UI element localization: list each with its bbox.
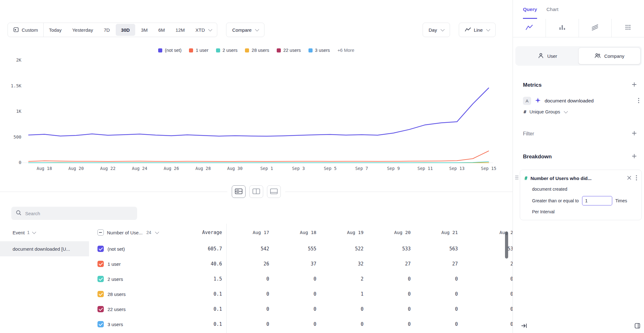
date-range-3m[interactable]: 3M <box>136 23 153 37</box>
panel-bottom-icon <box>270 188 278 195</box>
average-cell: 0.1 <box>177 287 226 302</box>
condition-value-input[interactable] <box>582 196 612 205</box>
event-cell <box>0 302 93 317</box>
metric-menu-button[interactable] <box>637 97 640 105</box>
tab-chart[interactable]: Chart <box>547 0 558 19</box>
layout-split-vertical-button[interactable] <box>249 185 263 198</box>
scope-user[interactable]: User <box>517 47 578 64</box>
chart-type-button[interactable]: Line <box>459 23 496 37</box>
breakdown-menu-button[interactable] <box>635 174 638 182</box>
legend-item[interactable]: 2 users <box>216 48 238 53</box>
tab-query[interactable]: Query <box>523 0 537 19</box>
select-all-checkbox[interactable] <box>97 229 104 236</box>
legend-item[interactable]: 22 users <box>277 48 301 53</box>
condition-label[interactable]: Greater than or equal to <box>532 198 579 203</box>
split-vertical-icon <box>253 188 260 195</box>
series-checkbox[interactable] <box>97 261 104 267</box>
sidebar-tabs: Query Chart <box>513 0 644 19</box>
granularity-button[interactable]: Day <box>423 23 450 37</box>
value-cell: 0 <box>226 302 274 317</box>
event-row[interactable]: document downloaded [U... <box>0 241 89 256</box>
date-range-6m[interactable]: 6M <box>153 23 170 37</box>
x-axis-label: Sep 9 <box>387 166 400 171</box>
breakdown-card-title[interactable]: Number of Users who did... <box>530 176 623 181</box>
legend-swatch <box>189 48 193 52</box>
series-label: (not set) <box>108 246 125 252</box>
series-column-header[interactable]: Number of Use...24 <box>93 224 177 241</box>
panel-toggle-button[interactable] <box>634 322 641 330</box>
series-checkbox[interactable] <box>97 291 104 297</box>
vertical-scrollbar[interactable] <box>505 232 508 259</box>
series-row[interactable]: 28 users <box>93 287 177 302</box>
chart-type-grid-tab[interactable] <box>611 19 644 37</box>
series-row[interactable]: 1 user <box>93 256 177 271</box>
add-filter-button[interactable] <box>631 130 637 137</box>
day-column-header: Aug 21 <box>415 224 462 241</box>
layout-toggle-row <box>0 185 513 199</box>
series-checkbox[interactable] <box>97 306 104 312</box>
value-cell: 0 <box>415 287 462 302</box>
per-interval-label[interactable]: Per Interval <box>532 209 638 214</box>
scope-company[interactable]: Company <box>578 47 641 64</box>
value-cell: 2 <box>462 256 513 271</box>
average-column-header: Average <box>177 224 226 241</box>
chevron-down-icon <box>486 27 490 31</box>
chart-canvas[interactable] <box>0 57 513 174</box>
value-cell: 27 <box>415 256 462 271</box>
value-cell: 522 <box>321 241 368 256</box>
add-metric-button[interactable] <box>631 81 637 89</box>
chart-type-bar-tab[interactable] <box>546 19 579 37</box>
chart-type-flow-tab[interactable] <box>579 19 612 37</box>
legend-swatch <box>216 48 220 52</box>
y-axis-label: 1K <box>3 109 21 114</box>
series-label: 28 users <box>108 292 126 297</box>
value-cell: 0 <box>274 287 321 302</box>
legend-more[interactable]: +6 More <box>337 48 354 53</box>
date-range-12m[interactable]: 12M <box>170 23 190 37</box>
date-range-xtd[interactable]: XTD <box>190 23 217 37</box>
metric-item[interactable]: A document downloaded <box>523 97 640 105</box>
legend-item[interactable]: 3 users <box>308 48 330 53</box>
legend-item[interactable]: 28 users <box>245 48 269 53</box>
chart-legend: (not set)1 user2 users28 users22 users3 … <box>0 48 513 53</box>
value-cell: 0 <box>462 271 513 287</box>
breakdown-event-name[interactable]: document created <box>532 187 638 192</box>
date-range-30d[interactable]: 30D <box>116 24 135 36</box>
event-sparkle-icon <box>535 97 541 105</box>
search-input[interactable] <box>25 210 133 216</box>
event-column-header[interactable]: Event1 <box>0 224 93 241</box>
event-cell <box>0 287 93 302</box>
date-range-yesterday[interactable]: Yesterday <box>67 23 98 37</box>
date-range-7d[interactable]: 7D <box>98 23 115 37</box>
split-horizontal-icon <box>235 188 242 195</box>
date-range-custom[interactable]: Custom <box>8 23 44 37</box>
series-checkbox[interactable] <box>97 321 104 327</box>
series-label: 2 users <box>108 276 123 282</box>
layout-panel-bottom-button[interactable] <box>267 185 281 198</box>
line-chart: 05001K1.5K2KAug 18Aug 20Aug 22Aug 24Aug … <box>0 57 513 174</box>
add-breakdown-button[interactable] <box>631 153 637 160</box>
compare-button[interactable]: Compare <box>226 23 264 37</box>
main-panel: CustomTodayYesterday7D30D3M6M12MXTD Comp… <box>0 0 513 333</box>
average-cell: 0.1 <box>177 317 226 332</box>
x-axis-label: Sep 5 <box>324 166 337 171</box>
collapse-sidebar-button[interactable] <box>520 322 528 330</box>
value-cell: 0 <box>415 302 462 317</box>
series-row[interactable]: 3 users <box>93 317 177 332</box>
legend-item[interactable]: (not set) <box>158 48 181 53</box>
grid-icon <box>625 24 631 32</box>
metrics-section-header: Metrics <box>513 81 644 89</box>
series-row[interactable]: 22 users <box>93 302 177 317</box>
drag-handle-icon[interactable] <box>515 176 519 179</box>
kebab-icon <box>638 98 639 104</box>
chart-type-line-tab[interactable] <box>513 19 546 37</box>
remove-breakdown-button[interactable] <box>626 175 632 182</box>
series-checkbox[interactable] <box>97 276 104 282</box>
legend-item[interactable]: 1 user <box>189 48 208 53</box>
series-row[interactable]: 2 users <box>93 271 177 287</box>
aggregation-selector[interactable]: # Unique Groups <box>524 109 640 114</box>
date-range-today[interactable]: Today <box>44 23 67 37</box>
series-checkbox[interactable] <box>97 246 104 252</box>
series-row[interactable]: (not set) <box>93 241 177 256</box>
layout-split-horizontal-button[interactable] <box>232 185 246 198</box>
